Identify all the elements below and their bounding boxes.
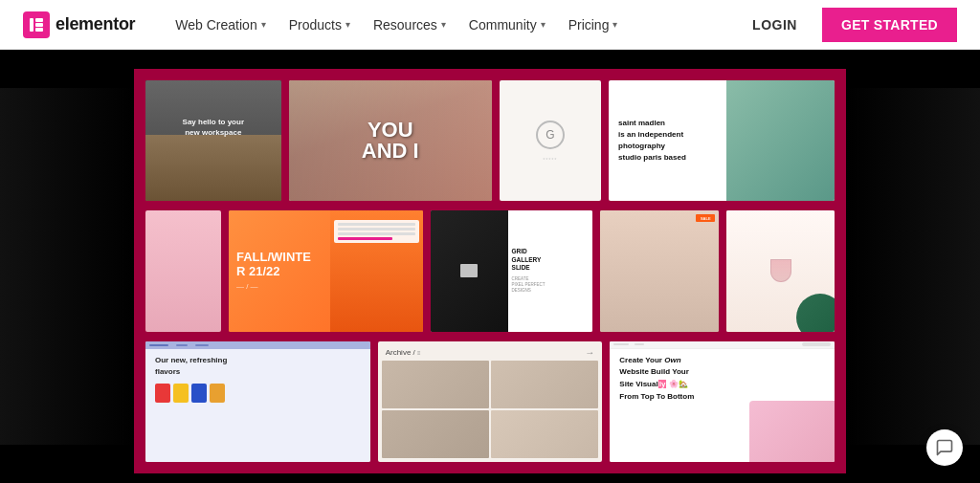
fallwinter-text: FALL/WINTER 21/22 — / — <box>236 252 311 292</box>
gallery-cell-cocktail[interactable] <box>726 210 835 331</box>
chevron-down-icon: ▾ <box>261 19 266 30</box>
archive-cell <box>491 410 598 458</box>
gallery-row-3: Our new, refreshingflavors Archive / ≡ → <box>145 341 835 462</box>
archive-cell <box>382 361 489 408</box>
svg-rect-2 <box>35 18 43 22</box>
chat-icon <box>935 438 954 457</box>
nav-web-creation[interactable]: Web Creation ▾ <box>166 11 275 38</box>
svg-rect-3 <box>35 23 43 27</box>
gallery-row-2: FALL/WINTER 21/22 — / — <box>145 210 835 331</box>
youandi-text: YOUAND I <box>362 120 419 162</box>
get-started-button[interactable]: GET STARTED <box>822 8 957 42</box>
workspace-title: Say hello to yournew workspace <box>183 117 244 138</box>
gallery-row-1: Say hello to yournew workspace YOUAND I … <box>145 80 835 201</box>
login-button[interactable]: LOGIN <box>739 11 811 38</box>
nav-resources-label: Resources <box>373 17 437 33</box>
nav-community-label: Community <box>469 17 537 33</box>
chevron-down-icon: ▾ <box>441 19 446 30</box>
main-nav: Web Creation ▾ Products ▾ Resources ▾ Co… <box>166 11 739 38</box>
jewelry-content: G ★★★★★ <box>500 80 601 201</box>
header: elementor Web Creation ▾ Products ▾ Reso… <box>0 0 980 50</box>
chat-bubble-button[interactable] <box>926 429 963 466</box>
nav-web-creation-label: Web Creation <box>175 17 256 33</box>
gallery-cell-gridgallery[interactable]: GRIDGALLERYSLIDE CREATEPIXEL PERFECTDESI… <box>431 210 592 331</box>
gallery-cell-youandi[interactable]: YOUAND I <box>289 80 492 201</box>
nav-community[interactable]: Community ▾ <box>459 11 555 38</box>
nav-resources[interactable]: Resources ▾ <box>364 11 456 38</box>
nav-products[interactable]: Products ▾ <box>279 11 360 38</box>
chevron-down-icon: ▾ <box>541 19 546 30</box>
gallery-cell-flavors[interactable]: Our new, refreshingflavors <box>145 341 370 462</box>
header-actions: LOGIN GET STARTED <box>739 8 957 42</box>
gallery-cell-workspace[interactable]: Say hello to yournew workspace <box>145 80 281 201</box>
archive-header: Archive / ≡ → <box>386 347 595 358</box>
gallery-left-overflow <box>0 88 134 445</box>
nav-pricing[interactable]: Pricing ▾ <box>559 11 628 38</box>
main-content: Say hello to yournew workspace YOUAND I … <box>0 50 980 483</box>
gridgallery-subtitle: CREATEPIXEL PERFECTDESIGNS <box>512 276 590 295</box>
svg-rect-4 <box>35 28 43 32</box>
chevron-down-icon: ▾ <box>612 19 617 30</box>
archive-cell <box>382 410 489 458</box>
archive-cell <box>491 361 598 408</box>
logo[interactable]: elementor <box>23 11 135 38</box>
chevron-down-icon: ▾ <box>345 19 350 30</box>
saintmadlen-title: saint madlenis an independent photograph… <box>618 118 724 164</box>
gallery-cell-woman-portrait[interactable]: SALE <box>600 210 719 331</box>
gallery-cell-headphones[interactable] <box>145 210 221 331</box>
elementor-logo-icon <box>23 11 50 38</box>
jewelry-letter: G <box>546 128 554 142</box>
gallery-container: Say hello to yournew workspace YOUAND I … <box>134 69 846 473</box>
logo-text: elementor <box>56 14 135 34</box>
gallery-cell-archive[interactable]: Archive / ≡ → <box>378 341 603 462</box>
nav-pricing-label: Pricing <box>568 17 610 33</box>
gallery-right-overflow <box>846 88 980 445</box>
gallery-cell-saintmadlen[interactable]: saint madlenis an independent photograph… <box>609 80 835 201</box>
createown-title: Create Your Own Website Build Your Site … <box>619 355 825 404</box>
gallery-cell-jewelry[interactable]: G ★★★★★ <box>500 80 601 201</box>
svg-rect-1 <box>30 18 33 32</box>
gallery-cell-createown[interactable]: Create Your Own Website Build Your Site … <box>610 341 835 462</box>
gridgallery-title: GRIDGALLERYSLIDE <box>512 248 590 272</box>
gallery-cell-fallwinter[interactable]: FALL/WINTER 21/22 — / — <box>229 210 423 331</box>
flavors-title: Our new, refreshingflavors <box>155 355 361 378</box>
nav-products-label: Products <box>289 17 342 33</box>
